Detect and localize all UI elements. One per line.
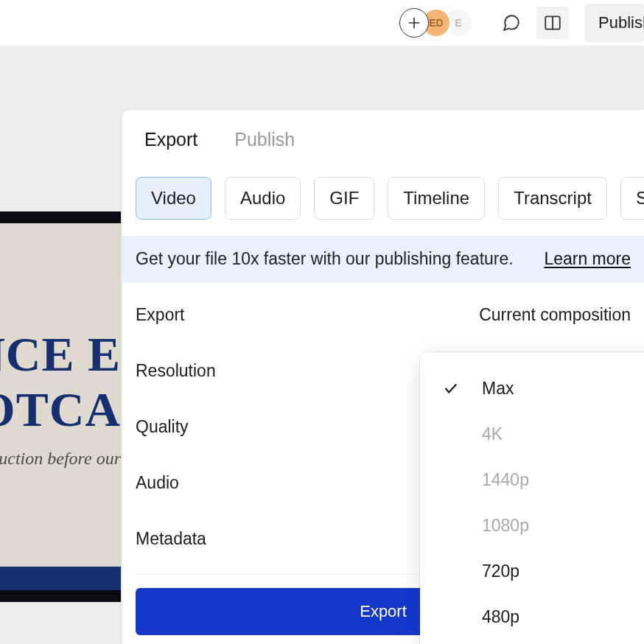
- format-subtitles[interactable]: Subtitles: [620, 177, 644, 220]
- format-row: Video Audio GIF Timeline Transcript Subt…: [122, 150, 644, 220]
- quality-option-1080p: 1080p: [420, 503, 644, 548]
- format-video[interactable]: Video: [136, 177, 211, 220]
- comment-icon: [502, 13, 521, 32]
- quality-option-720p[interactable]: 720p: [420, 548, 644, 594]
- label-quality: Quality: [136, 417, 189, 437]
- slide-subtitle: duction before our: [0, 449, 121, 469]
- check-icon: [442, 380, 460, 396]
- quality-dropdown: Max 4K 1440p 1080p 720p 480p: [420, 352, 644, 644]
- quality-option-label: 4K: [482, 424, 503, 444]
- value-export: Current composition: [479, 305, 631, 325]
- slide-title-line: OTCA: [0, 382, 121, 438]
- label-audio: Audio: [136, 473, 179, 493]
- video-frame: Press esc to exit full screen NCE E OTCA…: [0, 211, 121, 602]
- comments-button[interactable]: [495, 7, 528, 39]
- canvas-preview[interactable]: Press esc to exit full screen NCE E OTCA…: [0, 211, 121, 602]
- label-resolution: Resolution: [136, 361, 216, 381]
- format-transcript[interactable]: Transcript: [498, 177, 607, 220]
- quality-option-480p[interactable]: 480p: [420, 594, 644, 640]
- panel-icon: [543, 13, 562, 32]
- tab-publish[interactable]: Publish: [234, 129, 295, 150]
- publish-banner: Get your file 10x faster with our publis…: [122, 236, 644, 282]
- banner-text: Get your file 10x faster with our publis…: [136, 249, 514, 269]
- quality-option-label: 1080p: [482, 516, 529, 536]
- publish-button[interactable]: Publish: [585, 4, 644, 42]
- slide-title-line: NCE E: [0, 326, 121, 382]
- quality-option-label: 480p: [482, 607, 519, 627]
- learn-more-link[interactable]: Learn more: [544, 249, 631, 269]
- add-collaborator-button[interactable]: [399, 8, 429, 38]
- panel-toggle-button[interactable]: [536, 7, 569, 39]
- quality-option-1440p: 1440p: [420, 457, 644, 503]
- row-export-scope[interactable]: Export Current composition: [136, 287, 631, 343]
- quality-option-label: 720p: [482, 561, 519, 581]
- quality-option-label: 1440p: [482, 470, 529, 490]
- format-timeline[interactable]: Timeline: [388, 177, 485, 220]
- format-gif[interactable]: GIF: [314, 177, 374, 220]
- label-export: Export: [136, 305, 184, 325]
- slide-footer-bar: [0, 567, 121, 590]
- avatar-group: ED E: [399, 8, 473, 38]
- quality-option-label: Max: [482, 379, 514, 399]
- label-metadata: Metadata: [136, 529, 206, 549]
- tab-export[interactable]: Export: [144, 129, 197, 150]
- topbar: ED E Publish: [0, 0, 644, 46]
- panel-tabs: Export Publish: [122, 110, 644, 150]
- quality-option-max[interactable]: Max: [420, 365, 644, 411]
- quality-option-4k: 4K: [420, 411, 644, 457]
- format-audio[interactable]: Audio: [225, 177, 301, 220]
- plus-icon: [407, 15, 421, 30]
